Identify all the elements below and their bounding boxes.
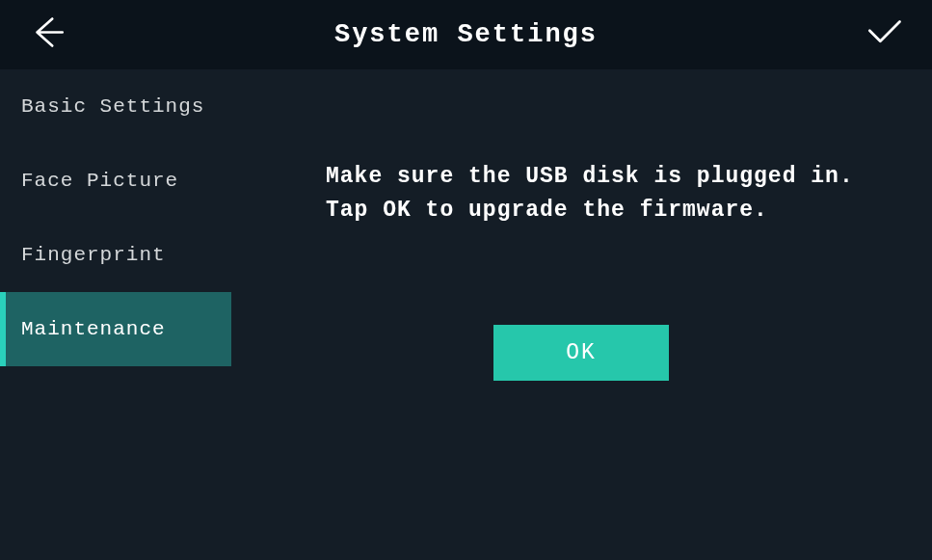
sidebar-item-label: Fingerprint [21, 244, 166, 266]
check-icon [863, 12, 905, 59]
sidebar-item-fingerprint[interactable]: Fingerprint [0, 218, 231, 292]
ok-button[interactable]: OK [493, 325, 669, 381]
sidebar: Basic Settings Face Picture Fingerprint … [0, 69, 231, 560]
confirm-button[interactable] [863, 12, 905, 59]
main-panel: Make sure the USB disk is plugged in. Ta… [231, 69, 932, 560]
sidebar-item-maintenance[interactable]: Maintenance [0, 292, 231, 366]
firmware-upgrade-message: Make sure the USB disk is plugged in. Ta… [326, 160, 893, 227]
page-title: System Settings [334, 20, 598, 49]
sidebar-item-label: Maintenance [21, 318, 166, 340]
sidebar-item-label: Face Picture [21, 170, 178, 192]
arrow-left-icon [27, 13, 67, 58]
header-bar: System Settings [0, 0, 932, 69]
sidebar-item-label: Basic Settings [21, 95, 204, 118]
back-button[interactable] [27, 13, 67, 58]
content-area: Basic Settings Face Picture Fingerprint … [0, 69, 932, 560]
sidebar-item-basic-settings[interactable]: Basic Settings [0, 69, 231, 144]
sidebar-item-face-picture[interactable]: Face Picture [0, 144, 231, 218]
